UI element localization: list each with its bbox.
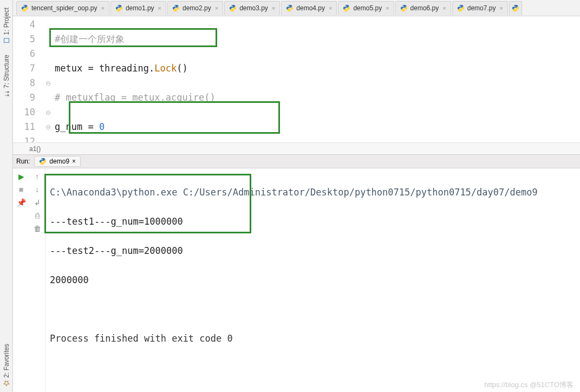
close-icon[interactable]: × [72,158,76,165]
run-label: Run: [16,158,30,165]
editor-tab[interactable]: demo3.py× [224,1,280,15]
console-output[interactable]: C:\Anaconda3\python.exe C:/Users/Adminis… [45,168,580,392]
editor-tab[interactable]: demo5.py× [338,1,394,15]
run-config-tab[interactable]: demo9 × [34,156,81,167]
editor-tab[interactable]: demo1.py× [110,1,166,15]
editor-tab[interactable]: tencent_spider_oop.py× [16,1,109,15]
print-icon[interactable]: ⎙ [32,211,42,220]
editor-tabs: tencent_spider_oop.py× demo1.py× demo2.p… [13,0,580,16]
scroll-up-icon[interactable]: ↑ [32,172,42,181]
code-editor[interactable]: 4567 891011 12131415 16171819 ⊖ ⊖ ⊖ ⊟ ⊟ … [13,16,580,142]
fold-icon[interactable]: ⊖ [43,76,54,90]
soft-wrap-icon[interactable]: ↲ [32,198,42,207]
close-icon[interactable]: × [329,5,332,11]
editor-tab[interactable]: demo2.py× [167,1,223,15]
close-icon[interactable]: × [101,5,104,11]
svg-rect-0 [4,38,9,43]
pin-icon[interactable]: 📌 [16,198,26,207]
code-area[interactable]: #创建一个所对象 metux = threading.Lock() # metu… [54,16,580,142]
close-icon[interactable]: × [272,5,275,11]
tab-label: tencent_spider_oop.py [31,4,97,12]
sidebar-tab-project[interactable]: 1: Project [2,3,11,48]
tool-window-bar: 1: Project 7: Structure 2: Favorites [0,0,13,392]
close-icon[interactable]: × [386,5,389,11]
run-tool-window: ▶ ■ 📌 ↑ ↓ ↲ ⎙ 🗑 C:\Anaconda3\python.exe … [13,168,580,392]
fold-icon[interactable]: ⊖ [43,105,54,120]
run-tool-window-header: Run: demo9 × [13,154,580,168]
stop-icon[interactable]: ■ [16,185,26,194]
editor-tab[interactable]: demo7.py× [452,1,508,15]
close-icon[interactable]: × [499,5,503,11]
rerun-icon[interactable]: ▶ [16,172,26,181]
trash-icon[interactable]: 🗑 [32,224,42,233]
breadcrumb[interactable]: a1() [13,142,580,154]
svg-marker-5 [3,381,9,387]
fold-gutter: ⊖ ⊖ ⊖ ⊟ ⊟ ⊖ [43,16,54,142]
editor-tab[interactable]: demo6.py× [395,1,451,15]
close-icon[interactable]: × [215,5,218,11]
run-secondary-toolbar: ↑ ↓ ↲ ⎙ 🗑 [29,168,45,392]
line-number-gutter: 4567 891011 12131415 16171819 [13,16,43,142]
editor-tab[interactable]: demo4.py× [281,1,337,15]
scroll-down-icon[interactable]: ↓ [32,185,42,194]
close-icon[interactable]: × [158,5,161,11]
close-icon[interactable]: × [442,5,446,11]
sidebar-tab-favorites[interactable]: 2: Favorites [2,339,11,391]
sidebar-tab-structure[interactable]: 7: Structure [2,50,11,101]
fold-icon[interactable]: ⊖ [43,120,54,134]
run-primary-toolbar: ▶ ■ 📌 [13,168,29,392]
editor-tab-overflow[interactable] [509,1,522,15]
